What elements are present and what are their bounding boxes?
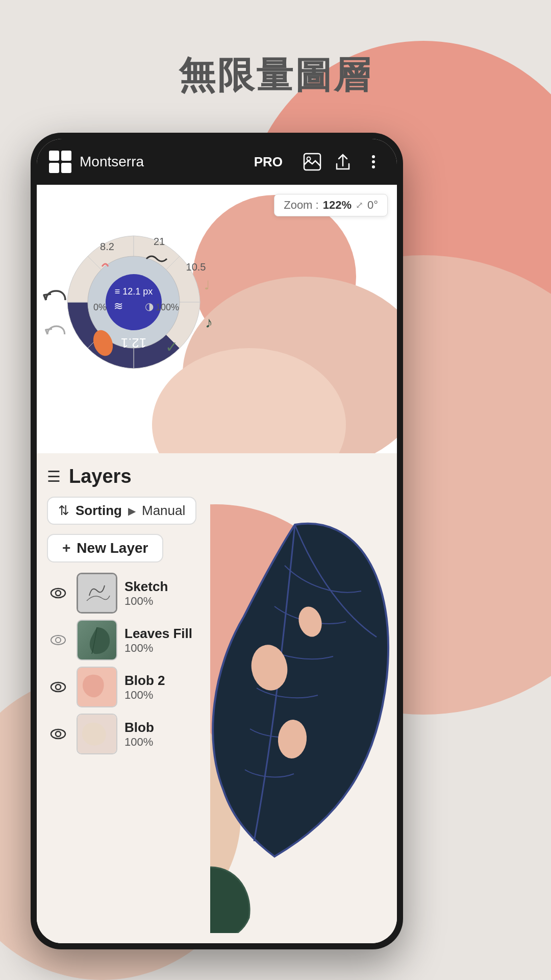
new-layer-label: New Layer [77,540,148,556]
brush-wheel[interactable]: 0% 100% ≡ 12.1 px ≋ ◑ 8.2 21 10.5 [47,215,220,389]
lower-section: ☰ Layers ⇅ Sorting ▶ Manual + New Layer [37,453,397,943]
svg-point-25 [51,635,65,645]
layer-visibility-toggle[interactable] [47,723,69,745]
layer-info: Leaves Fill 100% [124,626,200,655]
sketch-thumbnail [78,574,116,612]
layer-name: Blob [124,720,200,736]
layer-name: Blob 2 [124,673,200,689]
svg-text:≡  12.1 px: ≡ 12.1 px [115,286,153,297]
svg-point-30 [56,731,61,737]
new-layer-plus-icon: + [62,540,70,556]
svg-text:100%: 100% [156,302,179,312]
blob-thumbnail [78,715,116,753]
layer-opacity: 100% [124,689,200,702]
layer-opacity: 100% [124,595,200,608]
svg-text:✓: ✓ [165,338,178,355]
svg-point-3 [372,160,375,163]
layer-item: Leaves Fill 100% [47,620,200,660]
svg-text:8.2: 8.2 [100,241,114,252]
svg-point-26 [56,638,61,643]
svg-text:0%: 0% [93,302,107,312]
layer-list: Sketch 100% [47,573,200,754]
new-layer-button[interactable]: + New Layer [47,534,163,562]
sorting-icon: ⇅ [58,503,69,519]
svg-point-24 [56,591,61,596]
layer-item: Blob 2 100% [47,667,200,707]
svg-text:♪: ♪ [205,314,213,331]
svg-text:♩: ♩ [204,278,210,292]
rotate-value: 0° [367,199,378,212]
layer-visibility-toggle[interactable] [47,629,69,651]
svg-point-23 [51,589,65,598]
layer-thumbnail[interactable] [77,620,117,660]
svg-text:21: 21 [154,236,165,247]
phone-frame: Montserra PRO [31,133,403,949]
image-icon[interactable] [301,151,323,173]
layer-info: Blob 2 100% [124,673,200,702]
svg-text:≋: ≋ [114,300,123,312]
zoom-value: 122% [323,199,352,212]
blob2-thumbnail [78,668,116,706]
redo-button[interactable] [44,323,67,351]
layers-menu-icon[interactable]: ☰ [47,468,61,485]
layer-info: Sketch 100% [124,579,200,608]
layer-name: Sketch [124,579,200,595]
sorting-row[interactable]: ⇅ Sorting ▶ Manual [47,497,196,525]
app-logo [49,151,71,173]
share-icon[interactable] [332,151,354,173]
svg-text:◑: ◑ [145,301,154,312]
logo-sq-1 [49,151,59,161]
layer-visibility-toggle[interactable] [47,676,69,698]
phone-screen: Montserra PRO [37,139,397,943]
layer-visibility-toggle[interactable] [47,582,69,604]
app-name: Montserra [80,154,246,170]
zoom-label: Zoom : [284,199,318,212]
sorting-value: Manual [142,503,185,519]
layers-panel: ☰ Layers ⇅ Sorting ▶ Manual + New Layer [37,453,210,943]
layer-item: Blob 100% [47,714,200,754]
layer-info: Blob 100% [124,720,200,749]
sorting-label: Sorting [76,503,122,519]
more-icon[interactable] [362,151,385,173]
svg-point-29 [51,729,65,739]
layer-thumbnail[interactable] [77,573,117,614]
svg-text:10.5: 10.5 [186,261,206,273]
layers-header: ☰ Layers [47,465,200,487]
logo-sq-2 [61,151,71,161]
svg-point-27 [51,682,65,692]
logo-sq-4 [61,163,71,173]
sorting-arrow: ▶ [128,505,136,517]
layer-opacity: 100% [124,736,200,749]
layer-item: Sketch 100% [47,573,200,614]
zoom-icon: ⤢ [356,200,363,211]
svg-point-1 [307,157,311,161]
svg-point-4 [372,165,375,168]
layer-thumbnail[interactable] [77,714,117,754]
layer-thumbnail[interactable] [77,667,117,707]
leaves-thumbnail [78,621,116,659]
page-title: 無限量圖層 [0,51,551,100]
zoom-indicator: Zoom : 122% ⤢ 0° [274,194,388,216]
svg-point-28 [56,684,61,690]
top-bar: Montserra PRO [37,139,397,185]
svg-text:12.1: 12.1 [121,335,147,351]
logo-sq-3 [49,163,59,173]
svg-point-2 [372,155,375,158]
layer-opacity: 100% [124,642,200,655]
layers-title: Layers [69,465,132,487]
undo-button[interactable] [42,287,68,319]
layer-name: Leaves Fill [124,626,200,642]
pro-badge: PRO [254,154,283,170]
